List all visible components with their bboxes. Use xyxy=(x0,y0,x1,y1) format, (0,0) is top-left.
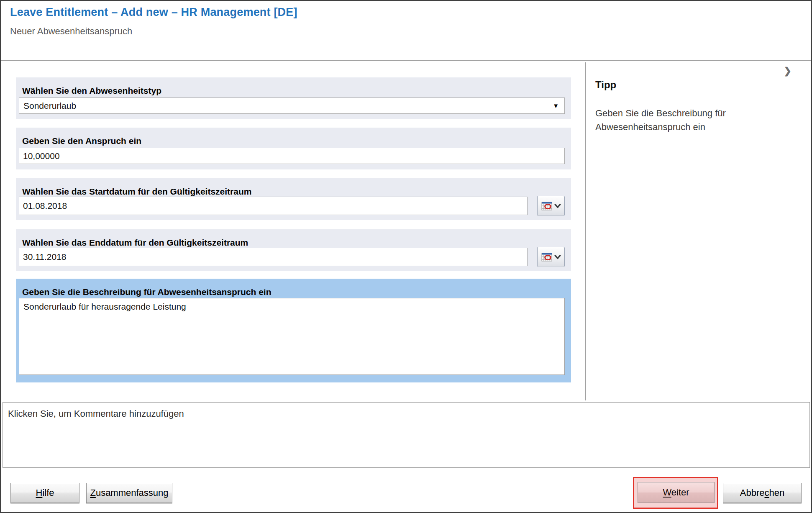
entitlement-label: Geben Sie den Anspruch ein xyxy=(22,136,141,146)
comments-placeholder: Klicken Sie, um Kommentare hinzuzufügen xyxy=(8,408,184,419)
header: Leave Entitlement – Add new – HR Managem… xyxy=(1,1,811,61)
start-date-picker-button[interactable] xyxy=(537,196,565,216)
cancel-button-accesskey: c xyxy=(765,487,769,498)
cancel-button[interactable]: Abbrechen xyxy=(723,483,802,503)
absence-type-selected-value: Sonderurlaub xyxy=(23,98,76,113)
cancel-button-label-pre: Abbre xyxy=(740,487,765,498)
collapse-panel-icon[interactable]: ❯ xyxy=(784,67,792,76)
entitlement-input[interactable] xyxy=(19,148,565,164)
field-group-absence-type: Wählen Sie den Abwesenheitstyp Sonderurl… xyxy=(16,77,571,119)
page-title: Leave Entitlement – Add new – HR Managem… xyxy=(10,6,297,19)
next-button-label-post: eiter xyxy=(671,487,689,498)
summary-button[interactable]: Zusammenfassung xyxy=(86,483,172,503)
next-button[interactable]: Weiter xyxy=(638,482,715,503)
dropdown-arrow-icon: ▼ xyxy=(553,98,559,113)
calendar-icon xyxy=(541,201,553,211)
field-group-start-date: Wählen Sie das Startdatum für den Gültig… xyxy=(16,178,571,220)
next-button-accesskey: W xyxy=(663,487,671,498)
summary-button-accesskey: Z xyxy=(90,487,95,498)
field-group-end-date: Wählen Sie das Enddatum für den Gültigke… xyxy=(16,229,571,271)
tip-panel: ❯ Tipp Geben Sie die Beschreibung für Ab… xyxy=(585,62,811,400)
start-date-label: Wählen Sie das Startdatum für den Gültig… xyxy=(22,187,251,197)
chevron-down-icon xyxy=(554,255,561,259)
end-date-picker-button[interactable] xyxy=(537,247,565,267)
cancel-button-label-post: hen xyxy=(769,487,785,498)
description-label: Geben Sie die Beschreibung für Abwesenhe… xyxy=(22,287,272,297)
page-subtitle: Neuer Abwesenheitsanspruch xyxy=(10,26,132,37)
calendar-icon xyxy=(541,252,553,262)
next-button-highlight-annotation: Weiter xyxy=(633,477,718,509)
absence-type-select[interactable]: Sonderurlaub ▼ xyxy=(19,97,565,114)
help-button-accesskey: H xyxy=(36,487,42,498)
end-date-label: Wählen Sie das Enddatum für den Gültigke… xyxy=(22,238,248,248)
absence-type-label: Wählen Sie den Abwesenheitstyp xyxy=(22,86,161,96)
tip-text: Geben Sie die Beschreibung für Abwesenhe… xyxy=(595,106,740,134)
end-date-input[interactable] xyxy=(19,248,528,266)
comments-box[interactable]: Klicken Sie, um Kommentare hinzuzufügen xyxy=(3,402,810,468)
field-group-description: Geben Sie die Beschreibung für Abwesenhe… xyxy=(16,279,571,382)
field-group-entitlement: Geben Sie den Anspruch ein xyxy=(16,128,571,169)
summary-button-label-post: usammenfassung xyxy=(96,487,169,498)
description-textarea[interactable]: Sonderurlaub für herausragende Leistung xyxy=(19,298,565,375)
start-date-input[interactable] xyxy=(19,197,528,215)
help-button-label-post: ilfe xyxy=(42,487,54,498)
tip-title: Tipp xyxy=(595,79,616,91)
dialog-window: Leave Entitlement – Add new – HR Managem… xyxy=(0,0,812,513)
help-button[interactable]: Hilfe xyxy=(10,483,79,503)
chevron-down-icon xyxy=(554,204,561,208)
